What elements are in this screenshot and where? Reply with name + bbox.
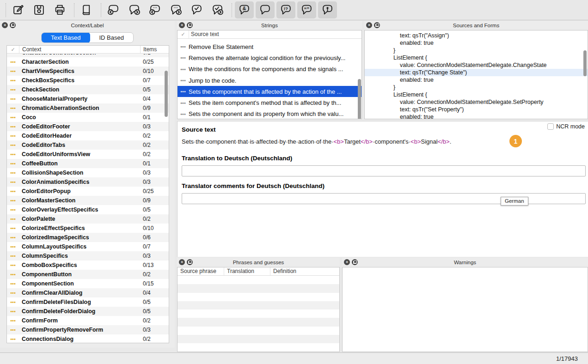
items-count: 0/1 [140, 160, 169, 167]
next-unfinished-button[interactable] [125, 1, 144, 18]
string-row[interactable]: •••Sets the item component's method that… [178, 97, 361, 108]
done-button[interactable] [187, 1, 206, 18]
unfinished-icon: ••• [7, 272, 19, 277]
table-row[interactable]: •••Coco0/1 [7, 113, 169, 122]
table-row[interactable]: •••ConfirmDeleteFilesDialog0/5 [7, 297, 169, 307]
empty-phrase-row [178, 327, 339, 335]
table-row[interactable]: •••ChromaticAberrationSection0/9 [7, 103, 169, 113]
toggle-whitespace-button[interactable] [256, 1, 275, 18]
float-icon[interactable] [10, 22, 16, 28]
string-row[interactable]: •••Sets the component that is affected b… [178, 86, 361, 97]
context-name: ColorPalette [19, 216, 140, 222]
table-row[interactable]: •••CheckSection0/5 [7, 85, 169, 94]
strings-scrollbar[interactable] [358, 79, 361, 119]
table-row[interactable]: •••ColorAnimationSpecifics0/3 [7, 177, 169, 187]
code-line: text: qsTr("Change State") [365, 69, 588, 76]
table-row[interactable]: •••ColorMasterSection0/9 [7, 196, 169, 205]
table-row[interactable]: •••CodeEditorUniformsView0/2 [7, 150, 169, 159]
prev-unfinished-button[interactable] [104, 1, 123, 18]
table-row[interactable]: •••ConfirmDeleteFolderDialog0/5 [7, 307, 169, 316]
table-row-partial[interactable]: •••CharacterControllerSection0/1 [7, 54, 169, 57]
string-row[interactable]: •••Removes the alternate logical conditi… [178, 52, 361, 63]
translation-column-header[interactable]: Translation [224, 267, 270, 275]
float-icon[interactable] [352, 259, 358, 265]
string-row[interactable]: •••Jump to the code. [178, 75, 361, 86]
table-row[interactable]: •••ColumnSpecifics0/3 [7, 251, 169, 261]
table-row[interactable]: •••ColorEditorPopup0/25 [7, 187, 169, 196]
open-button[interactable] [9, 1, 28, 18]
close-icon[interactable]: ✕ [2, 22, 8, 28]
table-row[interactable]: •••ColorizeEffectSpecifics0/10 [7, 224, 169, 233]
table-row[interactable]: •••ConfirmClearAllDialog0/4 [7, 288, 169, 297]
bubble-punct-icon: !? [280, 4, 292, 16]
table-row[interactable]: •••ConfirmPropertyRemoveForm0/3 [7, 325, 169, 334]
context-name: ConfirmDeleteFilesDialog [19, 299, 140, 305]
toggle-punctuation-button[interactable]: !? [276, 1, 295, 18]
ncr-mode-checkbox[interactable] [547, 123, 554, 130]
close-icon[interactable]: ✕ [179, 22, 185, 28]
table-row[interactable]: •••ColorizedImageSpecifics0/6 [7, 233, 169, 242]
table-row[interactable]: •••ColorOverlayEffectSpecifics0/5 [7, 205, 169, 214]
items-column-header[interactable]: Items [140, 46, 169, 53]
table-row[interactable]: •••ComponentSection0/15 [7, 279, 169, 288]
table-row[interactable]: •••CoffeeButton0/1 [7, 159, 169, 168]
table-row[interactable]: •••ConnectionsDialog0/2 [7, 334, 169, 343]
table-row[interactable]: •••CodeEditorHeader0/2 [7, 131, 169, 140]
float-icon[interactable] [187, 22, 193, 28]
unfinished-icon: ••• [178, 89, 189, 94]
save-button[interactable] [30, 1, 49, 18]
table-row[interactable]: •••CodeEditorFooter0/3 [7, 122, 169, 131]
context-scrollbar[interactable] [165, 71, 168, 117]
unfinished-icon: ••• [7, 309, 19, 314]
sources-scrollbar[interactable] [583, 50, 587, 76]
table-row[interactable]: •••ConfirmForm0/2 [7, 316, 169, 325]
toolbar-separator [232, 3, 232, 17]
float-icon[interactable] [374, 22, 380, 28]
table-row[interactable]: •••CharacterSection0/25 [7, 57, 169, 67]
context-name: ColorEditorPopup [19, 188, 140, 194]
close-icon[interactable]: ✕ [366, 22, 372, 28]
float-icon[interactable] [187, 259, 193, 265]
table-row[interactable]: •••CodeEditorTabs0/2 [7, 140, 169, 150]
string-source-text: Remove Else Statement [189, 43, 361, 50]
string-row[interactable]: •••Remove Else Statement [178, 41, 361, 52]
phrasebook-button[interactable] [77, 1, 96, 18]
tab-id-based[interactable]: ID Based [90, 33, 133, 42]
table-row[interactable]: •••ChooseMaterialProperty0/4 [7, 94, 169, 103]
translation-input[interactable] [182, 165, 586, 176]
check-column-icon[interactable]: ✓ [178, 31, 189, 37]
check-column-icon[interactable]: ✓ [7, 47, 19, 53]
items-count: 0/3 [140, 170, 169, 176]
print-button[interactable] [50, 1, 69, 18]
table-row[interactable]: •••ComponentButton0/2 [7, 270, 169, 279]
prev-item-button[interactable]: ··· [146, 1, 165, 18]
source-phrase-column-header[interactable]: Source phrase [178, 267, 224, 275]
context-name: ColorAnimationSpecifics [19, 179, 140, 185]
unfinished-icon: ••• [7, 291, 19, 295]
context-column-header[interactable]: Context [19, 46, 140, 53]
toggle-place-markers-button[interactable] [318, 1, 337, 18]
items-count: 0/5 [140, 299, 169, 305]
unfinished-icon: ••• [7, 106, 19, 110]
toggle-accelerators-button[interactable]: & [235, 1, 254, 18]
strings-panel-titlebar: ✕ Strings [177, 21, 362, 30]
unfinished-icon: ••• [7, 263, 19, 267]
table-row[interactable]: •••CheckBoxSpecifics0/7 [7, 76, 169, 85]
close-icon[interactable]: ✕ [179, 259, 185, 265]
table-row[interactable]: •••ColumnLayoutSpecifics0/7 [7, 242, 169, 251]
close-icon[interactable]: ✕ [344, 259, 350, 265]
next-item-button[interactable]: ··· [166, 1, 185, 18]
table-row[interactable]: •••ColorPalette0/2 [7, 214, 169, 224]
table-row[interactable]: •••ChartViewSpecifics0/10 [7, 67, 169, 76]
source-text-column-header[interactable]: Source text [189, 30, 219, 38]
table-row[interactable]: •••ComboBoxSpecifics0/13 [7, 261, 169, 270]
tab-text-based[interactable]: Text Based [41, 32, 90, 43]
length-variant-badge: 1 [509, 135, 522, 147]
string-row[interactable]: •••Write the conditions for the componen… [178, 64, 361, 75]
string-row[interactable]: •••Sets the component and its property f… [178, 109, 361, 119]
unfinished-icon: ••• [7, 235, 19, 240]
toggle-phrase-matches-button[interactable]: “” [297, 1, 316, 18]
definition-column-header[interactable]: Definition [270, 267, 339, 275]
done-next-button[interactable] [208, 1, 227, 18]
table-row[interactable]: •••CollisionShapeSection0/3 [7, 168, 169, 177]
